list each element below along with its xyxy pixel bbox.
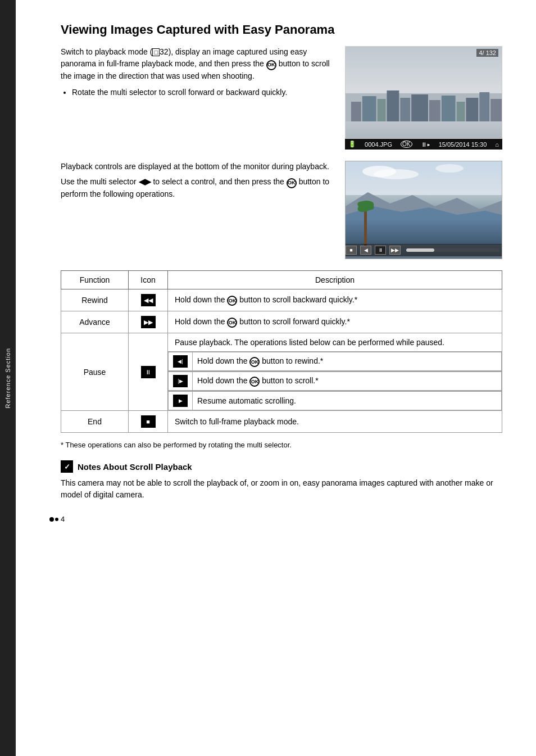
svg-rect-15 (364, 207, 367, 246)
camera-preview-top: 4/ 132 � (345, 46, 502, 150)
function-end: End (61, 411, 129, 433)
camera-filename: 0004.JPG (365, 141, 392, 148)
svg-rect-8 (442, 96, 456, 121)
header-icon: Icon (129, 271, 168, 289)
ok-circle-sub1: OK (249, 357, 260, 367)
camera-battery-icon: 🔋 (348, 141, 356, 148)
sub-rewind-icon: ◀| (173, 355, 188, 368)
notes-section: ✓ Notes About Scroll Playback This camer… (61, 460, 502, 501)
icon-advance: ▶▶ (129, 311, 168, 333)
sub-table-pause-scroll: |▶ Hold down the OK button to scroll.* (168, 372, 502, 391)
header-function: Function (61, 271, 129, 289)
desc-pause-sub3: ▶ Resume automatic scrolling. (168, 391, 502, 411)
svg-rect-6 (411, 94, 428, 121)
camera-info-bar: 🔋 0004.JPG OK ⏸▶ 15/05/2014 15:30 ⌂ (345, 139, 502, 150)
end-icon-box: ■ (141, 415, 156, 428)
sub-icon-scroll: |▶ (169, 372, 193, 391)
svg-rect-4 (387, 90, 399, 121)
playback-paragraph-1: Playback controls are displayed at the b… (61, 161, 334, 173)
sub-resume-icon: ▶ (173, 395, 188, 407)
page-title: Viewing Images Captured with Easy Panora… (61, 22, 502, 37)
desc-pause-sub2: |▶ Hold down the OK button to scroll.* (168, 372, 502, 391)
function-pause: Pause (61, 333, 129, 411)
table-row-advance: Advance ▶▶ Hold down the OK button to sc… (61, 311, 502, 333)
playback-paragraph-2: Use the multi selector ◀▶ to select a co… (61, 176, 334, 200)
desc-advance: Hold down the OK button to scroll forwar… (168, 311, 502, 333)
camera-datetime: 15/05/2014 15:30 (439, 141, 487, 148)
sub-icon-resume: ▶ (169, 392, 193, 410)
desc-pause-main: Pause playback. The operations listed be… (168, 333, 502, 352)
page-number-text: 4 (61, 515, 65, 523)
sub-table-pause-rewind: ◀| Hold down the OK button to rewind.* (168, 352, 502, 371)
desc-pause-sub1: ◀| Hold down the OK button to rewind.* (168, 352, 502, 372)
svg-rect-1 (351, 102, 361, 121)
bullet-1: Rotate the multi selector to scroll forw… (72, 87, 334, 98)
ok-button-icon-2: OK (287, 178, 297, 188)
desc-end: Switch to full-frame playback mode. (168, 411, 502, 433)
intro-text: Switch to playback mode (□32), display a… (61, 46, 334, 150)
sidebar: Reference Section (0, 0, 16, 756)
notes-header: ✓ Notes About Scroll Playback (61, 460, 502, 473)
panorama-scene: ■ ◀ ⏸ ▶▶ (346, 161, 502, 259)
desc-rewind: Hold down the OK button to scroll backwa… (168, 289, 502, 311)
dot-2 (55, 518, 58, 521)
camera-extra-icon: ⌂ (495, 141, 499, 148)
svg-rect-11 (479, 92, 489, 121)
camera-image-top: 4/ 132 (345, 46, 502, 139)
page-number-section: 4 (49, 515, 65, 523)
ok-circle-advance: OK (227, 318, 237, 328)
second-section: Playback controls are displayed at the b… (61, 161, 502, 259)
icon-end: ■ (129, 411, 168, 433)
svg-rect-5 (400, 98, 410, 121)
table-row-rewind: Rewind ◀◀ Hold down the OK button to scr… (61, 289, 502, 311)
sub-desc-resume: Resume automatic scrolling. (193, 392, 502, 410)
pause-icon-box: ⏸ (141, 366, 156, 378)
intro-section: Switch to playback mode (□32), display a… (61, 46, 502, 150)
svg-rect-10 (466, 98, 478, 121)
function-rewind: Rewind (61, 289, 129, 311)
intro-bullets: Rotate the multi selector to scroll forw… (61, 87, 334, 98)
camera-controls-icon: ⏸▶ (421, 141, 430, 148)
ctrl-stop: ■ (346, 246, 357, 255)
svg-rect-12 (490, 99, 502, 121)
table-row-pause: Pause ⏸ Pause playback. The operations l… (61, 333, 502, 352)
ok-circle-rewind: OK (227, 296, 237, 306)
notes-title: Notes About Scroll Playback (78, 462, 192, 472)
sub-table-pause-resume: ▶ Resume automatic scrolling. (168, 391, 502, 410)
ok-button-icon: OK (266, 60, 276, 70)
ctrl-rewind: ◀ (360, 246, 371, 255)
ok-circle-sub2: OK (249, 377, 260, 387)
sidebar-label: Reference Section (4, 348, 11, 409)
sub-desc-rewind: Hold down the OK button to rewind.* (193, 352, 502, 371)
notes-icon-box: ✓ (61, 460, 73, 473)
function-table: Function Icon Description Rewind ◀◀ Hold… (61, 270, 502, 433)
ctrl-advance: ▶▶ (389, 246, 401, 255)
function-advance: Advance (61, 311, 129, 333)
page-dots (49, 517, 58, 522)
header-description: Description (168, 271, 502, 289)
cityscape-svg (346, 82, 502, 121)
sub-scroll-icon: |▶ (173, 375, 188, 387)
intro-paragraph-1: Switch to playback mode (□32), display a… (61, 46, 334, 82)
footnote: * These operations can also be performed… (61, 441, 502, 449)
playback-text: Playback controls are displayed at the b… (61, 161, 334, 259)
ctrl-pause: ⏸ (375, 246, 386, 255)
svg-rect-2 (362, 96, 376, 121)
svg-rect-7 (429, 100, 440, 121)
ok-icon-small: OK (401, 141, 412, 148)
playback-controls-bar: ■ ◀ ⏸ ▶▶ (346, 244, 502, 256)
icon-rewind: ◀◀ (129, 289, 168, 311)
sub-desc-scroll: Hold down the OK button to scroll.* (193, 372, 502, 391)
notes-body: This camera may not be able to scroll th… (61, 477, 502, 501)
svg-rect-9 (457, 102, 465, 121)
svg-rect-3 (378, 99, 386, 121)
table-row-end: End ■ Switch to full-frame playback mode… (61, 411, 502, 433)
icon-pause: ⏸ (129, 333, 168, 411)
rewind-icon-box: ◀◀ (141, 294, 156, 306)
camera-preview-panorama: ■ ◀ ⏸ ▶▶ (345, 161, 502, 259)
frame-counter: 4/ 132 (476, 49, 498, 57)
sub-icon-rewind: ◀| (169, 352, 193, 371)
dot-1 (49, 517, 54, 522)
palm-tree-svg (356, 196, 375, 246)
advance-icon-box: ▶▶ (141, 316, 156, 328)
